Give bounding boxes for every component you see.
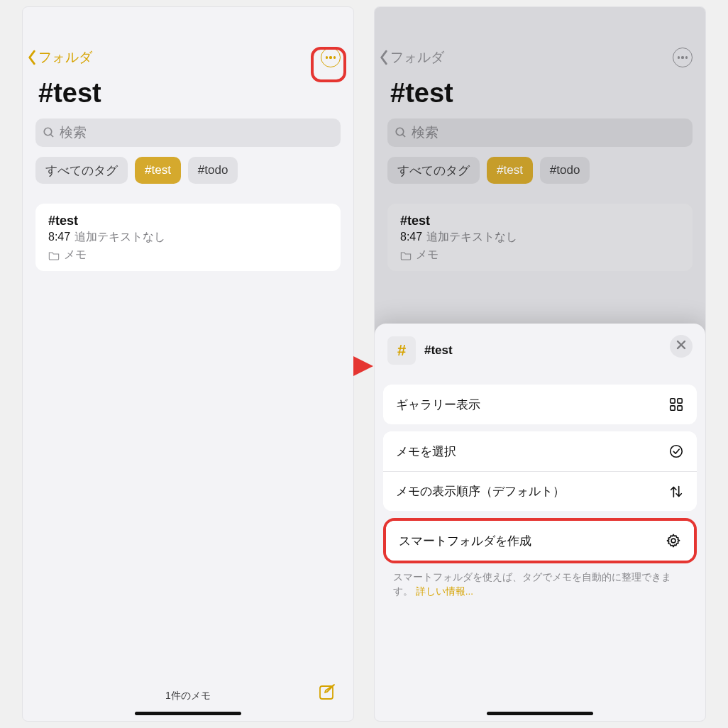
arrow-annotation xyxy=(351,353,376,379)
tag-test[interactable]: #test xyxy=(487,157,533,184)
svg-line-1 xyxy=(50,134,53,137)
page-title: #test xyxy=(375,74,705,114)
row-label: ギャラリー表示 xyxy=(396,397,480,413)
tag-test[interactable]: #test xyxy=(135,157,181,184)
tag-all[interactable]: すべてのタグ xyxy=(387,157,480,184)
row-label: メモの表示順序（デフォルト） xyxy=(396,483,565,500)
gear-icon xyxy=(666,533,681,548)
search-input[interactable]: 検索 xyxy=(35,118,341,147)
back-button[interactable]: フォルダ xyxy=(27,48,92,67)
search-placeholder: 検索 xyxy=(412,123,439,142)
search-input[interactable]: 検索 xyxy=(387,118,693,147)
svg-rect-11 xyxy=(678,406,682,410)
row-select-notes[interactable]: メモを選択 xyxy=(383,431,697,471)
note-folder: メモ xyxy=(48,248,328,263)
sort-arrows-icon xyxy=(668,484,684,500)
svg-point-4 xyxy=(396,128,404,136)
grid-icon xyxy=(668,397,684,412)
note-subtext: 追加テキストなし xyxy=(75,231,165,243)
close-button[interactable] xyxy=(670,335,693,358)
hint-link[interactable]: 詳しい情報... xyxy=(416,586,473,597)
folder-icon xyxy=(400,250,412,260)
svg-marker-3 xyxy=(353,356,373,376)
chevron-left-icon xyxy=(379,50,389,65)
status-bar xyxy=(23,7,353,38)
note-time: 8:47 xyxy=(400,231,422,243)
nav-bar: フォルダ xyxy=(23,38,353,74)
compose-button[interactable] xyxy=(318,683,336,701)
tag-todo[interactable]: #todo xyxy=(540,157,590,184)
status-bar xyxy=(375,7,705,38)
checkmark-circle-icon xyxy=(668,443,684,459)
svg-point-0 xyxy=(44,128,52,136)
action-sheet: # #test ギャラリー表示 メモを選択 xyxy=(375,324,705,721)
search-icon xyxy=(43,126,55,139)
page-title: #test xyxy=(23,74,353,114)
note-subtitle: 8:47追加テキストなし xyxy=(48,230,328,245)
tag-row: すべてのタグ #test #todo xyxy=(23,157,353,197)
close-icon xyxy=(676,340,686,353)
note-folder-label: メモ xyxy=(64,248,87,263)
svg-rect-8 xyxy=(671,399,675,403)
row-gallery-view[interactable]: ギャラリー表示 xyxy=(383,385,697,424)
note-title: #test xyxy=(48,214,328,228)
back-label: フォルダ xyxy=(390,48,444,67)
search-placeholder: 検索 xyxy=(60,123,87,142)
tag-all[interactable]: すべてのタグ xyxy=(35,157,128,184)
back-label: フォルダ xyxy=(38,48,92,67)
note-subtitle: 8:47追加テキストなし xyxy=(400,230,680,245)
note-card[interactable]: #test 8:47追加テキストなし メモ xyxy=(35,204,341,271)
ellipsis-icon xyxy=(678,56,688,58)
svg-line-5 xyxy=(402,134,405,137)
note-folder-label: メモ xyxy=(416,248,439,263)
row-create-smart-folder[interactable]: スマートフォルダを作成 xyxy=(386,521,694,561)
svg-rect-10 xyxy=(671,406,675,410)
svg-point-13 xyxy=(671,539,675,543)
note-count: 1件のメモ xyxy=(165,690,211,702)
row-label: メモを選択 xyxy=(396,443,456,460)
sheet-group-smartfolder: スマートフォルダを作成 xyxy=(383,518,697,563)
sheet-group-view: ギャラリー表示 xyxy=(383,385,697,424)
tag-todo[interactable]: #todo xyxy=(188,157,238,184)
annotation-highlight-more xyxy=(311,47,346,82)
sheet-header: # #test xyxy=(383,333,697,377)
hash-icon: # xyxy=(387,336,416,365)
note-time: 8:47 xyxy=(48,231,70,243)
note-folder: メモ xyxy=(400,248,680,263)
back-button[interactable]: フォルダ xyxy=(379,48,444,67)
sheet-title: #test xyxy=(424,343,453,358)
tag-row: すべてのタグ #test #todo xyxy=(375,157,705,197)
note-title: #test xyxy=(400,214,680,228)
row-label: スマートフォルダを作成 xyxy=(399,533,531,549)
row-sort-order[interactable]: メモの表示順序（デフォルト） xyxy=(383,471,697,511)
note-card[interactable]: #test 8:47追加テキストなし メモ xyxy=(387,204,693,271)
svg-rect-9 xyxy=(678,399,682,403)
phone-right: フォルダ #test 検索 すべてのタグ #test #todo #test xyxy=(374,6,706,722)
search-icon xyxy=(395,126,407,139)
sheet-hint: スマートフォルダを使えば、タグでメモを自動的に整理できます。 詳しい情報... xyxy=(383,563,697,600)
folder-icon xyxy=(48,250,60,260)
more-button[interactable] xyxy=(673,48,693,67)
nav-bar: フォルダ xyxy=(375,38,705,74)
chevron-left-icon xyxy=(27,50,37,65)
note-subtext: 追加テキストなし xyxy=(426,231,517,243)
phone-left: フォルダ #test 検索 すべてのタグ #test #todo # xyxy=(22,6,354,722)
sheet-group-actions: メモを選択 メモの表示順序（デフォルト） xyxy=(383,431,697,511)
home-indicator xyxy=(135,712,241,715)
home-indicator xyxy=(487,712,593,715)
svg-point-12 xyxy=(671,446,683,458)
